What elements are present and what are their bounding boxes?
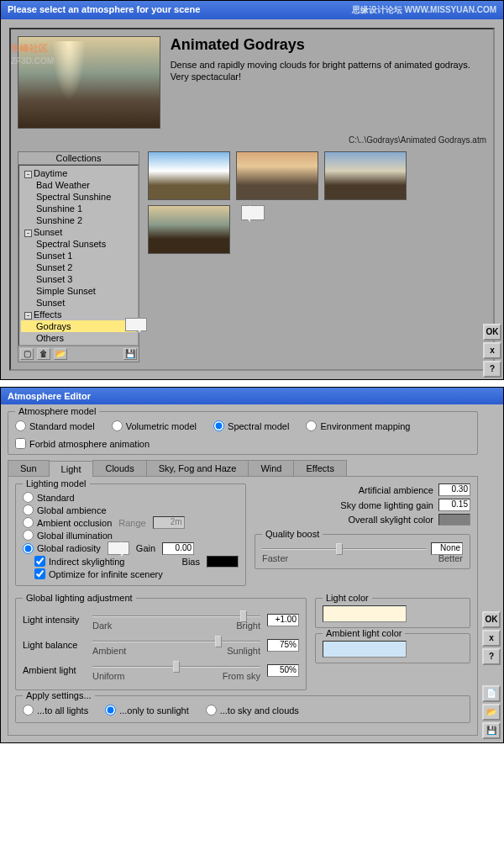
open-icon[interactable]: 📂 xyxy=(482,704,501,721)
arrow-annotation xyxy=(108,541,129,555)
tree-toolbar: ▢ 🗑 📂 💾 xyxy=(18,346,139,362)
ambient-light-color-swatch[interactable] xyxy=(323,641,407,658)
ambient-light-input[interactable]: 50% xyxy=(267,664,299,677)
collapse-icon[interactable]: - xyxy=(24,312,32,320)
radio-standard-model[interactable]: Standard model xyxy=(15,420,95,431)
preset-path: C:\..\Godrays\Animated Godrays.atm xyxy=(18,135,486,145)
light-balance-input[interactable]: 75% xyxy=(267,639,299,652)
cancel-button[interactable]: x xyxy=(482,630,501,647)
lighting-model-group: Lighting model Standard Global ambience … xyxy=(15,483,246,586)
radio-standard[interactable]: Standard xyxy=(23,491,239,504)
preset-thumb[interactable] xyxy=(148,151,230,200)
tab-clouds[interactable]: Clouds xyxy=(92,460,146,476)
save-icon[interactable]: 💾 xyxy=(482,722,501,739)
range-input: 2m xyxy=(153,516,185,529)
tree-item[interactable]: Sunset 3 xyxy=(21,273,136,285)
save-icon[interactable]: 💾 xyxy=(123,348,137,360)
artificial-ambience-input[interactable]: 0.30 xyxy=(438,483,470,496)
tree-item[interactable]: Spectral Sunshine xyxy=(21,191,136,203)
new-folder-icon[interactable]: ▢ xyxy=(20,348,34,360)
collections-header: Collections xyxy=(18,152,139,165)
apply-settings-group: Apply settings... ...to all lights ...on… xyxy=(15,695,470,723)
radio-apply-sky-clouds[interactable]: ...to sky and clouds xyxy=(206,705,299,716)
tree-item[interactable]: Sunset xyxy=(21,297,136,309)
quality-boost-group: Quality boost None FasterBetter xyxy=(255,534,470,569)
titlebar: Atmosphere Editor xyxy=(1,388,503,404)
atmosphere-browser-window: Please select an atmosphere for your sce… xyxy=(0,0,504,380)
collections-panel: Collections -Daytime Bad Weather Spectra… xyxy=(18,151,139,362)
radio-apply-all-lights[interactable]: ...to all lights xyxy=(23,705,88,716)
ambient-light-color-group: Ambient light color xyxy=(315,633,470,663)
browser-panel: Animated Godrays Dense and rapidly movin… xyxy=(9,28,495,371)
gain-input[interactable]: 0.00 xyxy=(162,542,194,555)
collections-tree[interactable]: -Daytime Bad Weather Spectral Sunshine S… xyxy=(18,165,139,346)
preset-thumb[interactable] xyxy=(324,151,407,200)
light-intensity-input[interactable]: +1.00 xyxy=(267,614,299,626)
radio-volumetric-model[interactable]: Volumetric model xyxy=(112,420,197,431)
dialog-buttons: OK x ? xyxy=(483,324,501,378)
preset-thumb-selected[interactable] xyxy=(148,205,230,254)
open-icon[interactable]: 📂 xyxy=(54,348,67,360)
ok-button[interactable]: OK xyxy=(482,611,501,628)
help-button[interactable]: ? xyxy=(482,648,501,665)
atmosphere-editor-window: Atmosphere Editor Atmosphere model Stand… xyxy=(0,387,504,743)
window-title: Atmosphere Editor xyxy=(8,391,91,401)
preset-thumb[interactable] xyxy=(236,151,318,200)
collapse-icon[interactable]: - xyxy=(24,230,32,237)
atmosphere-model-group: Atmosphere model Standard model Volumetr… xyxy=(8,411,478,455)
collapse-icon[interactable]: - xyxy=(24,171,32,178)
tab-effects[interactable]: Effects xyxy=(293,460,346,476)
tree-item[interactable]: Others xyxy=(21,332,136,344)
tree-item[interactable]: Sunset 2 xyxy=(21,261,136,273)
help-button[interactable]: ? xyxy=(483,361,501,378)
watermark: 朱峰社区ZF3D.COM xyxy=(11,34,54,66)
light-color-group: Light color xyxy=(315,598,470,628)
titlebar-credit: 思缘设计论坛 WWW.MISSYUAN.COM xyxy=(352,4,496,16)
forbid-animation-checkbox[interactable]: Forbid atmosphere animation xyxy=(15,438,470,449)
light-color-swatch[interactable] xyxy=(323,605,407,622)
preset-description: Dense and rapidly moving clouds for brig… xyxy=(171,59,486,83)
tree-item[interactable]: Sunshine 2 xyxy=(21,214,136,226)
radio-global-ambience[interactable]: Global ambience xyxy=(23,504,239,516)
radio-ambient-occlusion[interactable]: Ambient occlusion xyxy=(23,516,112,529)
radio-spectral-model[interactable]: Spectral model xyxy=(213,420,289,431)
tree-item-selected[interactable]: Godrays xyxy=(21,320,136,332)
lighting-right-panel: Artificial ambience0.30 Sky dome lightin… xyxy=(255,483,470,591)
tab-sky-fog-haze[interactable]: Sky, Fog and Haze xyxy=(146,460,249,476)
cancel-button[interactable]: x xyxy=(483,342,501,359)
tree-item[interactable]: Spectral Sunsets xyxy=(21,238,136,250)
light-intensity-slider[interactable] xyxy=(92,609,260,622)
bias-color[interactable] xyxy=(207,556,239,568)
global-lighting-adjustment-group: Global lighting adjustment Light intensi… xyxy=(15,598,307,690)
tab-wind[interactable]: Wind xyxy=(248,460,294,476)
window-title: Please select an atmosphere for your sce… xyxy=(8,4,200,16)
ambient-light-slider[interactable] xyxy=(92,659,260,673)
tree-item[interactable]: Sunshine 1 xyxy=(21,203,136,214)
tab-light[interactable]: Light xyxy=(49,461,94,477)
thumbnails-grid xyxy=(148,151,486,362)
light-tab-content: Lighting model Standard Global ambience … xyxy=(8,477,478,736)
overall-skylight-color[interactable] xyxy=(438,514,470,526)
quality-boost-slider[interactable] xyxy=(262,541,426,555)
tab-sun[interactable]: Sun xyxy=(8,460,50,476)
radio-global-illumination[interactable]: Global illumination xyxy=(23,529,239,541)
tree-item[interactable]: Simple Sunset xyxy=(21,285,136,297)
indirect-skylighting-checkbox[interactable]: Indirect skylighting xyxy=(34,555,125,568)
arrow-annotation xyxy=(125,318,147,331)
dialog-buttons: OK x ? 📄 📂 💾 xyxy=(482,611,501,739)
editor-tabs: Sun Light Clouds Sky, Fog and Haze Wind … xyxy=(8,460,478,477)
light-balance-slider[interactable] xyxy=(92,634,260,647)
arrow-annotation xyxy=(241,205,265,220)
radio-environment-mapping[interactable]: Environment mapping xyxy=(306,420,410,431)
preset-name: Animated Godrays xyxy=(171,36,486,54)
radio-global-radiosity[interactable]: Global radiosity xyxy=(23,542,101,555)
delete-icon[interactable]: 🗑 xyxy=(37,348,50,360)
tree-item[interactable]: Sunset 1 xyxy=(21,250,136,261)
optimize-infinite-checkbox[interactable]: Optimize for infinite scenery xyxy=(23,568,239,580)
sky-dome-gain-input[interactable]: 0.15 xyxy=(438,499,470,511)
ok-button[interactable]: OK xyxy=(483,324,501,341)
titlebar: Please select an atmosphere for your sce… xyxy=(1,1,503,19)
new-icon[interactable]: 📄 xyxy=(482,685,501,702)
tree-item[interactable]: Bad Weather xyxy=(21,179,136,191)
radio-apply-sunlight[interactable]: ...only to sunlight xyxy=(105,705,189,716)
